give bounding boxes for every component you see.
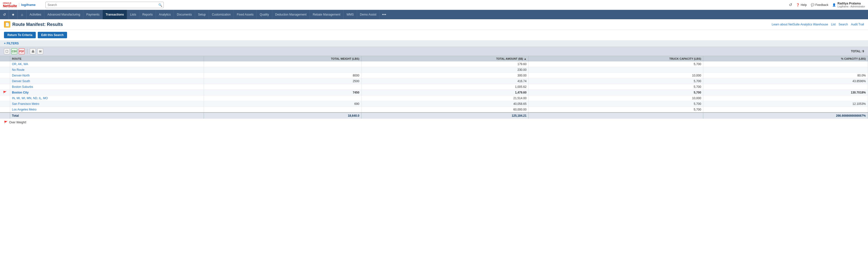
legend-flag-icon: 🚩 — [4, 121, 8, 124]
nav-home-btn[interactable]: ⌂ — [18, 10, 27, 19]
amount-cell: 300.00 — [362, 73, 529, 79]
search-input[interactable] — [45, 2, 164, 8]
nav-item-transactions[interactable]: Transactions — [102, 10, 127, 19]
flag-cell — [0, 79, 10, 84]
nav-item-demo-assist[interactable]: Demo Assist — [357, 10, 380, 19]
col-header-route[interactable]: ROUTE — [10, 56, 204, 61]
user-info: 👤 Raditya Pratama Logiframe - Administra… — [832, 2, 865, 8]
weight-cell: 8000 — [204, 73, 362, 79]
copy-icon-btn[interactable]: ☐ — [4, 48, 10, 54]
route-cell[interactable]: San Francisco Metro — [10, 101, 204, 107]
table-row: San Francisco Metro69040,058.655,70012.1… — [0, 101, 868, 107]
legend-label: Over Weight! — [9, 121, 26, 124]
route-cell[interactable]: Los Angeles Metro — [10, 107, 204, 113]
return-to-criteria-button[interactable]: Return To Criteria — [4, 32, 36, 38]
pct-capacity-cell — [703, 61, 868, 67]
csv-icon-btn[interactable]: CSV — [11, 48, 17, 54]
results-table: ROUTE TOTAL WEIGHT (LBS) TOTAL AMOUNT ($… — [0, 56, 868, 119]
route-cell[interactable]: IN, MI, WI, MN, ND, IL, MO — [10, 95, 204, 101]
col-header-weight[interactable]: TOTAL WEIGHT (LBS) — [204, 56, 362, 61]
nav-item-rebate-management[interactable]: Rebate Management — [310, 10, 343, 19]
route-cell[interactable]: OR, AK, WA — [10, 61, 204, 67]
total-count: TOTAL: 9 — [851, 50, 864, 53]
table-row: 🚩Boston City74501,479.605,700130.7018% — [0, 90, 868, 95]
weight-cell — [204, 84, 362, 90]
search-icon[interactable]: 🔍 — [158, 3, 162, 7]
search-link[interactable]: Search — [839, 23, 848, 26]
amount-cell: 40,058.65 — [362, 101, 529, 107]
amount-cell: 230.00 — [362, 67, 529, 73]
nav-item-fixed-assets[interactable]: Fixed Assets — [234, 10, 257, 19]
help-link[interactable]: ❓ Help — [796, 3, 807, 7]
pct-capacity-cell — [703, 67, 868, 73]
route-cell[interactable]: Boston Suburbs — [10, 84, 204, 90]
filters-plus-icon: + — [4, 42, 6, 45]
logiframe-logo: logiframe — [19, 3, 36, 7]
pct-capacity-cell: 130.7018% — [703, 90, 868, 95]
nav-star-btn[interactable]: ★ — [9, 10, 18, 19]
flag-cell: 🚩 — [0, 90, 10, 95]
edit-search-button[interactable]: Edit this Search — [38, 32, 67, 38]
nav-item-payments[interactable]: Payments — [83, 10, 102, 19]
nav-back-btn[interactable]: ↺ — [0, 10, 9, 19]
nav-item-quality[interactable]: Quality — [257, 10, 272, 19]
list-link[interactable]: List — [831, 23, 836, 26]
capacity-cell — [529, 67, 703, 73]
capacity-cell: 5,700 — [529, 107, 703, 113]
table-row: Boston Suburbs1,005.625,700 — [0, 84, 868, 90]
weight-cell — [204, 67, 362, 73]
capacity-cell: 5,700 — [529, 61, 703, 67]
nav-item-advanced-manufacturing[interactable]: Advanced Manufacturing — [44, 10, 83, 19]
route-cell[interactable]: No Route — [10, 67, 204, 73]
filters-label: FILTERS — [7, 42, 19, 45]
page-title-area: 📄 Route Manifest: Results — [4, 21, 772, 28]
footer-amount: 125,184.21 — [362, 113, 529, 119]
print-icon-btn[interactable]: 🖶 — [30, 48, 36, 54]
filters-bar: + FILTERS — [0, 40, 868, 47]
route-cell[interactable]: Denver South — [10, 79, 204, 84]
nav-item-documents[interactable]: Documents — [174, 10, 195, 19]
pdf-icon-btn[interactable]: PDF — [19, 48, 25, 54]
pct-capacity-cell: 43.8596% — [703, 79, 868, 84]
table-row: Los Angeles Metro60,000.005,700 — [0, 107, 868, 113]
nav-item-lists[interactable]: Lists — [127, 10, 139, 19]
pct-capacity-cell — [703, 95, 868, 101]
action-buttons: Return To Criteria Edit this Search — [0, 30, 868, 40]
col-header-capacity[interactable]: TRUCK CAPACITY (LBS) — [529, 56, 703, 61]
nav-item-activities[interactable]: Activities — [27, 10, 44, 19]
top-bar-right: ↺ ❓ Help 💬 Feedback 👤 Raditya Pratama Lo… — [789, 2, 865, 8]
nav-item-analytics[interactable]: Analytics — [156, 10, 174, 19]
nav-item-wms[interactable]: WMS — [343, 10, 357, 19]
audit-trail-link[interactable]: Audit Trail — [851, 23, 864, 26]
footer-label: Total — [10, 113, 204, 119]
nav-item-reports[interactable]: Reports — [139, 10, 156, 19]
learn-analytics-link[interactable]: Learn about NetSuite Analytics Warehouse — [772, 23, 828, 26]
page-title: Route Manifest: Results — [12, 22, 63, 27]
nav-item-customization[interactable]: Customization — [209, 10, 234, 19]
sort-arrow-icon: ▲ — [524, 57, 526, 60]
weight-cell: 7450 — [204, 90, 362, 95]
route-cell[interactable]: Boston City — [10, 90, 204, 95]
capacity-cell: 5,700 — [529, 79, 703, 84]
table-footer-row: Total 18,640.0 125,184.21 266.6666666666… — [0, 113, 868, 119]
nav-item-setup[interactable]: Setup — [195, 10, 209, 19]
capacity-cell: 5,700 — [529, 84, 703, 90]
col-header-amount[interactable]: TOTAL AMOUNT ($$) ▲ — [362, 56, 529, 61]
over-weight-flag-icon: 🚩 — [3, 91, 7, 94]
email-icon-btn[interactable]: ✉ — [37, 48, 43, 54]
col-header-pct[interactable]: % CAPACITY (LBS) — [703, 56, 868, 61]
pct-capacity-cell: 12.1053% — [703, 101, 868, 107]
pct-capacity-cell — [703, 107, 868, 113]
table-row: Denver South2500416.745,70043.8596% — [0, 79, 868, 84]
help-icon: ❓ — [796, 3, 800, 7]
flag-cell — [0, 61, 10, 67]
amount-cell: 21,514.00 — [362, 95, 529, 101]
table-row: Denver-North8000300.0010,00080.0% — [0, 73, 868, 79]
flag-cell — [0, 95, 10, 101]
route-cell[interactable]: Denver-North — [10, 73, 204, 79]
filters-toggle[interactable]: + FILTERS — [4, 42, 19, 45]
refresh-icon[interactable]: ↺ — [789, 2, 792, 7]
feedback-link[interactable]: 💬 Feedback — [811, 3, 829, 7]
nav-more-btn[interactable]: ••• — [379, 10, 389, 19]
nav-item-deduction-management[interactable]: Deduction Management — [272, 10, 310, 19]
